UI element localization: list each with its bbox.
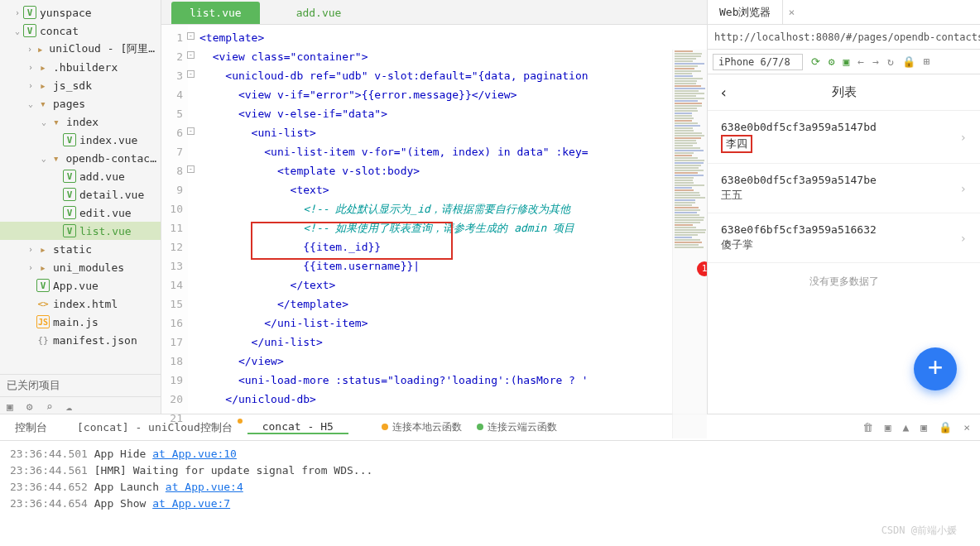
tree-item[interactable]: <>index.html (0, 295, 161, 313)
down-icon[interactable]: ▣ (920, 421, 927, 433)
tree-item[interactable]: Vedit.vue (0, 204, 161, 222)
no-more-text: 没有更多数据了 (708, 263, 980, 300)
tree-item[interactable]: Vdetail.vue (0, 185, 161, 204)
tree-item[interactable]: ›static (0, 240, 161, 258)
chevron-right-icon: › (960, 182, 967, 195)
tree-item[interactable]: VApp.vue (0, 276, 161, 295)
tree-item[interactable]: ›js_sdk (0, 76, 161, 94)
fab-add-button[interactable]: + (914, 347, 957, 390)
device-select[interactable]: iPhone 6/7/8 (713, 54, 803, 70)
tree-item[interactable]: ›uni_modules (0, 258, 161, 276)
watermark: CSDN @前端小媛 (882, 524, 957, 538)
tree-item[interactable]: Vadd.vue (0, 167, 161, 185)
grid-icon[interactable]: ⊞ (924, 55, 930, 68)
preview-back-icon[interactable]: ‹ (719, 84, 728, 101)
cloud-icon[interactable]: ☁ (65, 400, 72, 413)
list-item[interactable]: 638e0b0df5cf3a959a5147be王五› (708, 164, 980, 213)
tree-item[interactable]: ›Vyunspace (0, 3, 161, 22)
tree-item[interactable]: Vindex.vue (0, 131, 161, 149)
editor-tabs: list.vue add.vue (161, 0, 707, 25)
tree-item[interactable]: Vlist.vue (0, 222, 161, 240)
source-link[interactable]: at App.vue:10 (152, 448, 237, 460)
url-bar[interactable]: http://localhost:8080/#/pages/opendb-con… (708, 25, 980, 50)
tree-item[interactable]: ⌄index (0, 113, 161, 131)
refresh-icon[interactable]: ⟳ (811, 55, 820, 68)
tree-item[interactable]: ⌄opendb-contacts (0, 149, 161, 167)
tree-item[interactable]: {}manifest.json (0, 331, 161, 349)
lock-icon[interactable]: 🔒 (902, 55, 915, 68)
minimap[interactable] (672, 50, 707, 438)
tree-item[interactable]: ⌄Vconcat (0, 22, 161, 40)
list-item[interactable]: 638e0f6bf5cf3a959a516632傻子掌› (708, 213, 980, 263)
file-explorer: ›Vyunspace⌄Vconcat›uniCloud - [阿里云:spa›.… (0, 0, 161, 414)
source-link[interactable]: at App.vue:4 (166, 481, 243, 493)
source-link[interactable]: at App.vue:7 (152, 497, 230, 510)
clear-icon[interactable]: 🗑 (862, 421, 873, 433)
back-icon[interactable]: ← (858, 55, 864, 68)
console-tab-h5[interactable]: concat - H5 (247, 420, 348, 434)
gear-icon[interactable]: ⚙ (829, 55, 835, 68)
stop-icon[interactable]: ▣ (885, 421, 891, 433)
browser-tab[interactable]: Web浏览器 (708, 0, 783, 24)
list-item[interactable]: 638e0b0df5cf3a959a5147bd李四› (708, 111, 980, 164)
tree-item[interactable]: JSmain.js (0, 313, 161, 331)
forward-icon[interactable]: → (872, 55, 879, 68)
code-editor[interactable]: <template> <view class="container"> <uni… (188, 25, 707, 414)
up-icon[interactable]: ▲ (903, 421, 910, 433)
close-icon[interactable]: × (783, 6, 800, 18)
editor-pane: list.vue add.vue 1-2-3-456-78-9101112131… (161, 0, 707, 414)
settings-icon[interactable]: ⚙ (26, 400, 33, 413)
console-tab-main[interactable]: 控制台 (0, 420, 62, 435)
lock-icon[interactable]: 🔒 (939, 421, 952, 433)
tab-list-vue[interactable]: list.vue (171, 2, 260, 24)
screenshot-icon[interactable]: ▣ (843, 55, 850, 68)
console-tab-unicloud[interactable]: [concat] - uniCloud控制台 (62, 420, 247, 435)
chevron-right-icon: › (960, 131, 967, 144)
tree-item[interactable]: ⌄pages (0, 94, 161, 113)
browser-pane: Web浏览器 × http://localhost:8080/#/pages/o… (707, 0, 980, 414)
tree-item[interactable]: ›uniCloud - [阿里云:spa (0, 40, 161, 58)
chevron-right-icon: › (960, 232, 967, 245)
preview-title: 列表 (832, 84, 857, 100)
search-icon[interactable]: ⌕ (46, 400, 53, 413)
closed-projects-label[interactable]: 已关闭项目 (0, 375, 161, 397)
close-icon[interactable]: × (963, 421, 970, 433)
terminal-icon[interactable]: ▣ (7, 400, 13, 413)
tab-add-vue[interactable]: add.vue (278, 2, 360, 24)
tree-item[interactable]: ›.hbuilderx (0, 58, 161, 76)
console-panel: 控制台 [concat] - uniCloud控制台 concat - H5 连… (0, 414, 980, 546)
reload-icon[interactable]: ↻ (887, 55, 894, 68)
